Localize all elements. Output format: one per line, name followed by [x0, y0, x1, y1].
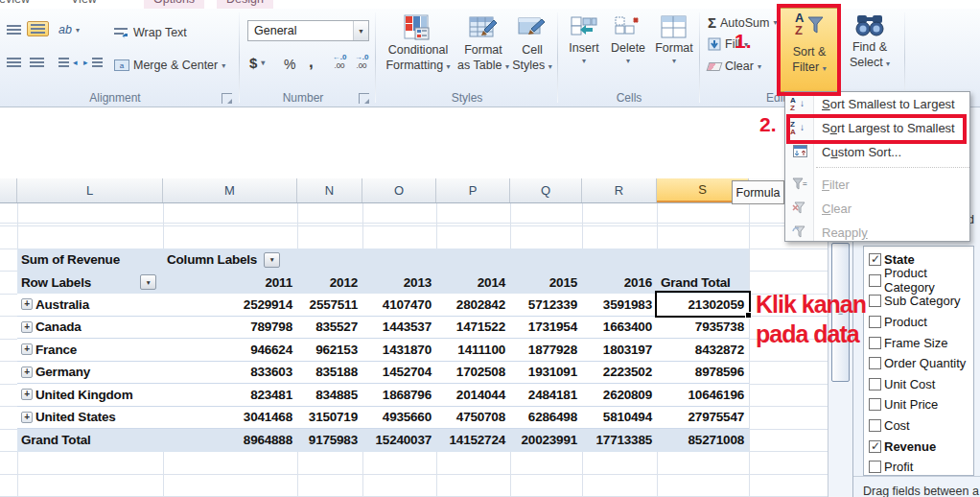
pivot-value-cell[interactable]: 2223502 — [582, 365, 657, 379]
pivot-year-header-cell[interactable]: 2012 — [297, 275, 362, 290]
pivot-value-cell[interactable]: 834885 — [297, 388, 362, 402]
pivot-country-cell[interactable]: + United Kingdom — [17, 388, 163, 402]
list-item[interactable]: Unit Cost — [864, 374, 973, 395]
insert-cells-button[interactable]: Insert▾ — [563, 11, 605, 66]
pivot-value-cell[interactable]: 789798 — [163, 320, 297, 334]
pivot-value-cell[interactable]: 3591983 — [582, 297, 657, 312]
number-format-select[interactable]: General ▼ — [247, 20, 369, 41]
pivot-value-cell[interactable]: 1411100 — [436, 343, 510, 357]
column-header-N[interactable]: N — [297, 178, 362, 202]
pivot-value-cell[interactable]: 1663400 — [582, 320, 657, 334]
list-item[interactable]: Unit Price — [864, 394, 973, 415]
field-checkbox[interactable] — [869, 461, 881, 473]
pivot-value-cell[interactable]: 1931091 — [510, 365, 582, 379]
pivot-row-total-cell[interactable]: 8978596 — [657, 365, 749, 379]
pivot-value-cell[interactable]: 17713385 — [582, 433, 657, 447]
align-right-button[interactable] — [27, 56, 47, 69]
list-item[interactable]: Profit — [864, 457, 973, 476]
pivot-value-cell[interactable]: 4750708 — [436, 410, 510, 424]
pivot-value-cell[interactable]: 1877928 — [510, 343, 582, 357]
column-header-stub[interactable] — [0, 178, 17, 202]
number-dialog-launcher-icon[interactable] — [359, 93, 369, 104]
format-as-table-button[interactable]: Format as Table ▾ — [456, 11, 510, 73]
pivot-year-header-cell[interactable]: 2015 — [510, 275, 582, 290]
pivot-value-cell[interactable]: 2014044 — [436, 388, 510, 402]
orientation-button[interactable]: ab▾ — [56, 21, 82, 38]
pivot-value-cell[interactable]: 2484181 — [510, 388, 582, 402]
expand-icon[interactable]: + — [21, 367, 33, 378]
pivot-value-cell[interactable]: 3150719 — [297, 410, 362, 424]
pivot-value-cell[interactable]: 5712339 — [510, 297, 582, 312]
worksheet[interactable]: L M N O P Q R S Sum of Revenue Column La… — [0, 178, 828, 497]
menu-item-clear[interactable]: Clear — [785, 197, 969, 221]
decrease-indent-button[interactable]: ◂ — [56, 56, 81, 69]
pivot-row-total-cell[interactable]: 10646196 — [657, 388, 749, 402]
list-item[interactable]: Sub Category — [864, 291, 973, 312]
pivot-row-total-cell[interactable]: 8432872 — [657, 343, 749, 357]
top-align-button[interactable] — [4, 23, 24, 36]
find-select-button[interactable]: Find & Select ▾ — [842, 8, 898, 92]
middle-align-button[interactable] — [27, 21, 49, 36]
pivot-value-cell[interactable]: 1471522 — [436, 320, 510, 334]
column-header-P[interactable]: P — [436, 178, 510, 202]
pivot-value-cell[interactable]: 823481 — [163, 388, 297, 402]
pivot-value-cell[interactable]: 2557511 — [297, 297, 362, 312]
cell-styles-button[interactable]: Cell Styles ▾ — [510, 11, 554, 73]
pivot-value-cell[interactable]: 9175983 — [297, 433, 362, 447]
percent-style-button[interactable]: % — [281, 55, 298, 74]
expand-icon[interactable]: + — [21, 321, 33, 333]
pivot-value-cell[interactable]: 20023991 — [510, 433, 582, 447]
pivot-value-cell[interactable]: 1702508 — [436, 365, 510, 379]
pivot-value-cell[interactable]: 835188 — [297, 365, 362, 379]
field-checkbox[interactable] — [869, 337, 881, 349]
field-checkbox[interactable] — [869, 419, 881, 432]
delete-cells-button[interactable]: Delete▾ — [607, 11, 649, 66]
field-checkbox[interactable] — [869, 274, 881, 287]
pivot-value-cell[interactable]: 1803197 — [582, 343, 657, 357]
pivot-row-total-cell[interactable]: 7935738 — [657, 320, 749, 334]
align-left-button[interactable] — [4, 56, 24, 69]
field-checkbox[interactable] — [869, 316, 881, 328]
pivot-year-header-cell[interactable]: 2013 — [362, 275, 436, 290]
pivot-value-cell[interactable]: 2529914 — [163, 297, 297, 312]
increase-decimal-button[interactable]: ←.0.00 — [329, 51, 350, 77]
row-labels-filter-dropdown-icon[interactable]: ▼ — [140, 274, 156, 290]
column-labels-filter-dropdown-icon[interactable]: ▼ — [264, 252, 280, 268]
list-item[interactable]: Product Category — [864, 271, 973, 292]
tab-review[interactable]: Review — [0, 0, 30, 6]
pivot-year-header-cell[interactable]: 2016 — [582, 275, 657, 290]
list-item[interactable]: Order Quantity — [864, 353, 973, 374]
column-header-O[interactable]: O — [362, 178, 436, 202]
comma-style-button[interactable]: , — [306, 51, 316, 74]
merge-center-button[interactable]: a Merge & Center▾ — [111, 57, 228, 74]
pivot-year-header-cell[interactable]: 2014 — [436, 275, 510, 290]
field-checkbox[interactable] — [869, 440, 881, 453]
list-item[interactable]: Cost — [864, 415, 973, 437]
pivot-value-cell[interactable]: 833603 — [163, 365, 297, 379]
pivot-country-cell[interactable]: + France — [17, 343, 163, 357]
pivot-value-cell[interactable]: 1731954 — [510, 320, 582, 334]
number-format-dropdown-icon[interactable]: ▼ — [353, 21, 368, 40]
field-checkbox[interactable] — [869, 398, 881, 411]
pivot-value-cell[interactable]: 946624 — [163, 343, 297, 357]
accounting-format-button[interactable]: $▾ — [246, 53, 268, 73]
pivot-value-cell[interactable]: 1452704 — [362, 365, 436, 379]
tab-options[interactable]: Options — [144, 0, 204, 9]
pivot-value-cell[interactable]: 1431870 — [362, 343, 436, 357]
conditional-formatting-button[interactable]: Conditional Formatting ▾ — [382, 11, 455, 73]
expand-icon[interactable]: + — [21, 389, 33, 400]
expand-icon[interactable]: + — [21, 412, 33, 423]
field-checkbox[interactable] — [869, 253, 881, 266]
pivot-value-cell[interactable]: 962153 — [297, 343, 362, 357]
tab-view[interactable]: View — [71, 0, 97, 6]
list-item[interactable]: Revenue — [864, 436, 973, 457]
decrease-decimal-button[interactable]: →.0.00 — [351, 51, 372, 77]
pivot-year-header-cell[interactable]: 2011 — [163, 275, 297, 290]
pivot-column-labels-cell[interactable]: Column Labels ▼ — [163, 252, 297, 268]
field-checkbox[interactable] — [869, 357, 881, 369]
wrap-text-button[interactable]: Wrap Text — [111, 24, 190, 41]
column-header-L[interactable]: L — [17, 178, 163, 202]
field-checkbox[interactable] — [869, 378, 881, 390]
pivot-country-cell[interactable]: + United States — [17, 410, 163, 424]
pivot-value-cell[interactable]: 1443537 — [362, 320, 436, 334]
